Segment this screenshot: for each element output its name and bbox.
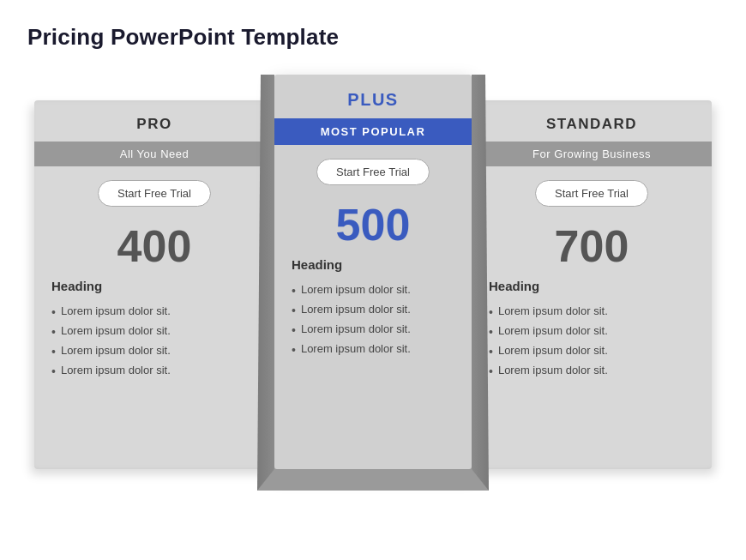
card-standard: STANDARD For Growing Business Start Free… (472, 100, 712, 469)
plus-heading: Heading (292, 257, 454, 272)
pro-title: PRO (48, 116, 261, 133)
pro-price: 400 (34, 215, 274, 272)
list-item: Lorem ipsum dolor sit. (51, 322, 257, 341)
list-item: Lorem ipsum dolor sit. (292, 320, 454, 340)
plus-popular-label: MOST POPULAR (274, 118, 472, 145)
pro-body: Heading Lorem ipsum dolor sit. Lorem ips… (34, 272, 274, 469)
list-item: Lorem ipsum dolor sit. (489, 302, 695, 322)
standard-price: 700 (472, 215, 712, 272)
standard-trial-button[interactable]: Start Free Trial (535, 180, 648, 207)
plus-features: Lorem ipsum dolor sit. Lorem ipsum dolor… (292, 280, 454, 359)
plus-title: PLUS (288, 90, 458, 110)
standard-heading: Heading (489, 279, 695, 293)
plus-price: 500 (274, 194, 472, 250)
pro-subtitle: All You Need (34, 142, 274, 166)
pro-heading: Heading (51, 279, 257, 293)
pro-features: Lorem ipsum dolor sit. Lorem ipsum dolor… (51, 302, 257, 381)
standard-cta-area: Start Free Trial (472, 166, 712, 215)
standard-features: Lorem ipsum dolor sit. Lorem ipsum dolor… (489, 302, 695, 381)
list-item: Lorem ipsum dolor sit. (292, 280, 454, 300)
standard-subtitle: For Growing Business (472, 142, 712, 166)
list-item: Lorem ipsum dolor sit. (489, 361, 695, 381)
plus-bottom-3d (257, 469, 489, 491)
card-plus: PLUS MOST POPULAR Start Free Trial 500 H… (274, 75, 472, 469)
list-item: Lorem ipsum dolor sit. (51, 361, 257, 381)
pricing-cards: PRO All You Need Start Free Trial 400 He… (0, 66, 746, 486)
list-item: Lorem ipsum dolor sit. (489, 322, 695, 341)
plus-cta-area: Start Free Trial (274, 145, 472, 194)
list-item: Lorem ipsum dolor sit. (51, 341, 257, 361)
page-title: Pricing PowerPoint Template (0, 0, 746, 66)
standard-body: Heading Lorem ipsum dolor sit. Lorem ips… (472, 272, 712, 469)
card-pro: PRO All You Need Start Free Trial 400 He… (34, 100, 274, 469)
pro-cta-area: Start Free Trial (34, 166, 274, 215)
plus-body: Heading Lorem ipsum dolor sit. Lorem ips… (274, 250, 472, 469)
list-item: Lorem ipsum dolor sit. (51, 302, 257, 322)
plus-trial-button[interactable]: Start Free Trial (316, 159, 430, 185)
standard-header: STANDARD (472, 100, 712, 142)
pro-header: PRO (34, 100, 274, 142)
pro-trial-button[interactable]: Start Free Trial (98, 180, 211, 207)
list-item: Lorem ipsum dolor sit. (292, 340, 454, 359)
plus-header: PLUS (274, 75, 472, 118)
list-item: Lorem ipsum dolor sit. (489, 341, 695, 361)
standard-title: STANDARD (485, 116, 698, 133)
list-item: Lorem ipsum dolor sit. (292, 300, 454, 320)
